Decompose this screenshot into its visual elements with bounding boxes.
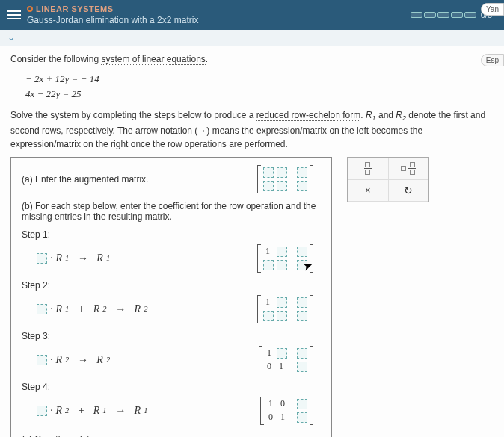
matrix-a: [257, 165, 313, 193]
augmented-matrix-link[interactable]: augmented matrix: [74, 174, 146, 185]
r-sym: R: [93, 303, 100, 315]
step-3-label: Step 3:: [22, 331, 321, 341]
matrix-input[interactable]: [263, 167, 274, 178]
matrix-input[interactable]: [297, 260, 307, 270]
step-4-rowop: ·R2 + R1 → R1: [37, 405, 147, 417]
part-c-label: (c) Give the solution.: [22, 434, 321, 437]
intro-prefix: Consider the following: [10, 54, 101, 64]
coefficient-input[interactable]: [37, 355, 47, 365]
matrix-input[interactable]: [277, 348, 287, 359]
equations-block: − 2x + 12y = − 14 4x − 22y = 25: [25, 72, 494, 101]
dot-sym: ·: [50, 303, 53, 315]
step-2-row: ·R1 + R2 → R2 1: [22, 295, 321, 323]
chevron-down-icon[interactable]: ⌄: [7, 32, 15, 43]
reset-tool[interactable]: ↻: [389, 180, 429, 202]
instr-part2: .: [360, 110, 366, 120]
matrix-input[interactable]: [297, 297, 307, 308]
step-2-rowop: ·R1 + R2 → R2: [37, 303, 147, 315]
progress-segment: [437, 12, 449, 18]
matrix-input[interactable]: [297, 311, 307, 321]
arrow-sym: →: [78, 252, 88, 264]
r2-sym: R: [396, 110, 402, 120]
r1-sym: R: [366, 110, 372, 120]
app-header: LINEAR SYSTEMS Gauss-Jordan elimination …: [0, 0, 504, 30]
menu-icon[interactable]: [7, 8, 21, 22]
progress-segment: [411, 12, 422, 18]
subheader: ⌄ Esp: [0, 30, 504, 46]
r-sym: R: [96, 252, 103, 264]
tool-palette: × ↻: [347, 157, 429, 202]
progress-segment: [451, 12, 463, 18]
lesson-subtitle: Gauss-Jordan elimination with a 2x2 matr…: [27, 15, 411, 25]
matrix-fixed: 0: [266, 412, 275, 423]
coefficient-input[interactable]: [37, 406, 47, 416]
matrix-input[interactable]: [297, 412, 307, 423]
matrix-input[interactable]: [277, 311, 287, 321]
matrix-input[interactable]: [297, 167, 307, 178]
user-pill[interactable]: Yan: [481, 3, 504, 16]
matrix-step4: 10 01: [260, 397, 313, 425]
step-4-label: Step 4:: [22, 382, 321, 392]
coefficient-input[interactable]: [37, 253, 47, 264]
matrix-fixed: 1: [277, 362, 286, 372]
step-2-label: Step 2:: [22, 280, 321, 291]
step-1-rowop: ·R1 → R1: [37, 252, 110, 264]
fraction-icon: [364, 162, 372, 175]
matrix-input[interactable]: [297, 362, 307, 372]
matrix-fixed: 1: [263, 297, 272, 308]
intro-text: Consider the following system of linear …: [10, 52, 494, 66]
arrow-sym: →: [115, 303, 126, 315]
matrix-input[interactable]: [297, 348, 307, 359]
matrix-input[interactable]: [297, 181, 307, 191]
plus-sym: +: [78, 405, 84, 417]
system-link[interactable]: system of linear equations: [101, 54, 205, 65]
matrix-step1: 1: [257, 244, 313, 273]
content-area: Consider the following system of linear …: [0, 46, 504, 437]
progress-segment: [424, 12, 436, 18]
matrix-input[interactable]: [277, 167, 287, 178]
matrix-fixed: 0: [265, 362, 274, 372]
r-sym: R: [93, 405, 100, 417]
step-4-row: ·R2 + R1 → R1 10 01: [22, 397, 321, 425]
sub1: 1: [144, 406, 147, 415]
rre-link[interactable]: reduced row-echelon form: [256, 110, 360, 121]
matrix-input[interactable]: [297, 247, 307, 257]
matrix-input[interactable]: [263, 181, 274, 191]
matrix-input[interactable]: [277, 297, 287, 308]
r-sym: R: [96, 354, 103, 366]
matrix-input[interactable]: [277, 260, 287, 270]
arrow-sym: →: [78, 354, 88, 366]
matrix-fixed: 1: [278, 412, 287, 423]
matrix-fixed: 1: [263, 247, 272, 257]
matrix-input[interactable]: [263, 311, 274, 321]
sub1: 1: [102, 406, 106, 415]
delete-tool[interactable]: ×: [348, 180, 389, 202]
mixed-fraction-icon: [401, 162, 416, 175]
step-3-row: ·R2 → R2 10 1: [22, 346, 321, 374]
coefficient-input[interactable]: [37, 304, 47, 314]
topic-block: LINEAR SYSTEMS Gauss-Jordan elimination …: [27, 4, 411, 25]
topic-title: LINEAR SYSTEMS: [36, 4, 114, 13]
matrix-input[interactable]: [297, 399, 307, 409]
main-problem-box: ➤ (a) Enter the augmented matrix. (b: [10, 157, 332, 437]
plus-sym: +: [78, 303, 84, 315]
matrix-step3: 10 1: [259, 346, 313, 374]
progress-segment: [464, 12, 476, 18]
progress-bar: 0/5: [411, 10, 492, 19]
matrix-input[interactable]: [263, 260, 274, 270]
fraction-tool[interactable]: [348, 158, 389, 180]
matrix-input[interactable]: [277, 181, 287, 191]
sub2: 2: [65, 356, 69, 364]
mixed-fraction-tool[interactable]: [389, 158, 429, 180]
dot-sym: ·: [50, 354, 53, 366]
sub2: 2: [65, 406, 69, 415]
sub1: 1: [106, 254, 110, 262]
language-pill[interactable]: Esp: [481, 54, 504, 66]
r-sym: R: [56, 252, 63, 264]
matrix-fixed: 1: [265, 348, 274, 359]
matrix-input[interactable]: [277, 247, 287, 257]
step-1-row: ·R1 → R1 1: [22, 244, 321, 273]
instr-and: and: [376, 110, 396, 120]
matrix-fixed: 0: [278, 399, 287, 409]
intro-suffix: .: [206, 54, 208, 64]
